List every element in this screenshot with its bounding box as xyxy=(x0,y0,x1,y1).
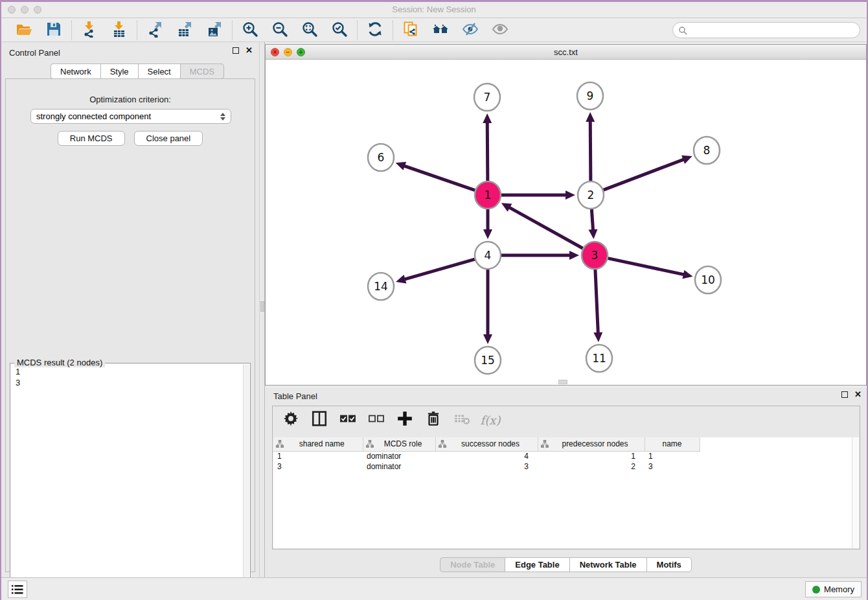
search-input[interactable] xyxy=(687,25,860,35)
first-neighbors-icon xyxy=(432,21,449,40)
tab-network-table[interactable]: Network Table xyxy=(569,557,646,572)
optimization-criterion-select[interactable]: strongly connected component xyxy=(30,109,231,124)
zoom-fit-button[interactable] xyxy=(301,21,319,40)
run-mcds-button[interactable]: Run MCDS xyxy=(58,131,125,146)
arrowhead-4-14 xyxy=(396,275,406,283)
duplicate-network-button[interactable] xyxy=(402,21,420,40)
table-tabs: Node Table Edge Table Network Table Moti… xyxy=(265,557,867,572)
result-scrollbar[interactable] xyxy=(243,364,249,600)
delete-column-button[interactable] xyxy=(426,412,441,428)
edge-1-6[interactable] xyxy=(403,165,475,190)
tab-network[interactable]: Network xyxy=(51,63,100,79)
table-settings-button[interactable] xyxy=(283,412,299,428)
node-table-area: shared nameMCDS rolesuccessor nodesprede… xyxy=(273,437,859,548)
import-table-icon xyxy=(111,21,128,40)
export-table-button[interactable] xyxy=(176,21,194,40)
network-canvas[interactable]: 7968124314101511 xyxy=(266,60,866,385)
search-box xyxy=(672,22,860,38)
node-label-6: 6 xyxy=(378,151,385,164)
zoom-in-button[interactable] xyxy=(241,21,259,40)
open-session-button[interactable] xyxy=(15,21,33,40)
show-all-button[interactable] xyxy=(491,21,509,40)
node-label-10: 10 xyxy=(701,273,715,286)
select-all-button[interactable] xyxy=(340,412,356,428)
status-bar: Memory xyxy=(1,577,867,600)
open-session-icon xyxy=(16,21,32,40)
column-header-shared-name[interactable]: shared name xyxy=(273,437,363,451)
zoom-selected-button[interactable] xyxy=(330,21,348,40)
export-network-icon xyxy=(146,21,163,40)
float-panel-icon[interactable] xyxy=(233,47,239,54)
arrowhead-2-3 xyxy=(589,229,598,239)
mcds-panel-body: Optimization criterion: strongly connect… xyxy=(5,78,255,572)
float-table-panel-icon[interactable] xyxy=(841,391,848,398)
tab-edge-table[interactable]: Edge Table xyxy=(505,557,569,572)
add-column-button[interactable] xyxy=(397,412,413,428)
memory-label: Memory xyxy=(824,584,854,594)
hide-selected-button[interactable] xyxy=(461,21,479,40)
table-row[interactable]: 1dominator411 xyxy=(273,451,700,461)
mcds-result-text[interactable]: 13 xyxy=(12,366,242,600)
close-panel-icon[interactable]: ✕ xyxy=(246,47,253,54)
hide-selected-icon xyxy=(462,21,479,40)
arrowhead-4-15 xyxy=(483,334,492,344)
import-network-button[interactable] xyxy=(80,21,98,40)
application-window: Session: New Session xyxy=(1,2,867,600)
tree-icon xyxy=(276,440,284,448)
export-network-button[interactable] xyxy=(146,21,164,40)
edge-3-10[interactable] xyxy=(608,259,685,275)
save-session-button[interactable] xyxy=(45,21,63,40)
function-builder-button[interactable]: f(x) xyxy=(483,412,498,428)
edge-2-3[interactable] xyxy=(591,209,593,231)
tree-icon xyxy=(439,440,446,448)
tab-motifs[interactable]: Motifs xyxy=(646,557,692,572)
column-header-MCDS-role[interactable]: MCDS role xyxy=(363,437,435,451)
node-table: shared nameMCDS rolesuccessor nodesprede… xyxy=(273,437,700,472)
edge-3-11[interactable] xyxy=(595,270,598,334)
table-toolbar: f(x) xyxy=(273,406,860,433)
column-header-name[interactable]: name xyxy=(645,437,700,451)
edge-4-14[interactable] xyxy=(404,259,475,280)
edge-1-7[interactable] xyxy=(487,121,488,181)
memory-button[interactable]: Memory xyxy=(805,581,862,597)
arrowhead-2-9 xyxy=(586,112,595,122)
edge-2-9[interactable] xyxy=(590,120,591,181)
refresh-icon xyxy=(367,21,383,40)
duplicate-network-icon xyxy=(402,21,419,40)
edge-2-8[interactable] xyxy=(604,159,685,190)
network-graph[interactable]: 7968124314101511 xyxy=(266,60,866,385)
edge-3-1[interactable] xyxy=(508,207,582,248)
close-table-panel-icon[interactable]: ✕ xyxy=(854,391,862,398)
delete-table-icon xyxy=(453,410,470,430)
task-history-button[interactable] xyxy=(8,581,27,598)
export-image-button[interactable] xyxy=(205,21,223,40)
first-neighbors-button[interactable] xyxy=(431,21,450,40)
delete-table-button[interactable] xyxy=(454,412,470,428)
node-label-15: 15 xyxy=(481,354,495,367)
tab-mcds[interactable]: MCDS xyxy=(180,63,224,79)
close-panel-button[interactable]: Close panel xyxy=(134,131,203,146)
refresh-button[interactable] xyxy=(366,21,384,40)
column-header-predecessor-nodes[interactable]: predecessor nodes xyxy=(538,437,645,451)
zoom-out-icon xyxy=(271,21,288,40)
column-layout-button[interactable] xyxy=(312,412,327,428)
column-header-successor-nodes[interactable]: successor nodes xyxy=(435,437,538,451)
network-hscroll-thumb[interactable] xyxy=(558,380,567,384)
node-label-14: 14 xyxy=(374,280,388,293)
tab-select[interactable]: Select xyxy=(138,63,180,79)
zoom-selected-icon xyxy=(331,21,348,40)
deselect-all-button[interactable] xyxy=(369,412,384,428)
panel-splitter[interactable] xyxy=(259,42,265,577)
network-view-window: × − + scc.txt 7968124314101511 xyxy=(265,44,867,386)
splitter-handle[interactable] xyxy=(260,301,264,312)
node-label-8: 8 xyxy=(703,144,711,157)
tab-node-table[interactable]: Node Table xyxy=(440,557,505,572)
table-vscroll[interactable] xyxy=(852,437,859,548)
network-window-titlebar[interactable]: × − + scc.txt xyxy=(266,45,866,60)
zoom-out-button[interactable] xyxy=(271,21,289,40)
delete-column-icon xyxy=(425,410,442,430)
table-panel-title: Table Panel xyxy=(273,391,317,401)
import-table-button[interactable] xyxy=(110,21,128,40)
tab-style[interactable]: Style xyxy=(100,63,138,79)
table-row[interactable]: 3dominator323 xyxy=(273,461,700,472)
